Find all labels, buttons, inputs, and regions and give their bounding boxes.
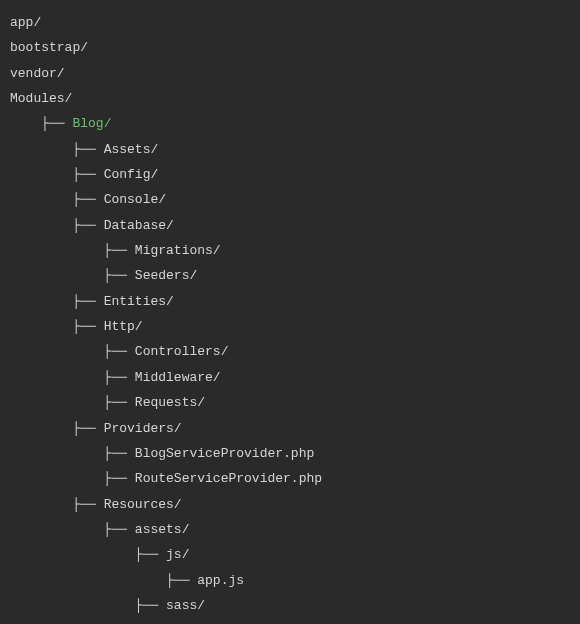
- tree-item: ├── BlogServiceProvider.php: [10, 441, 570, 466]
- tree-indent: ├──: [10, 446, 135, 461]
- tree-label: assets/: [135, 522, 190, 537]
- tree-label: bootstrap/: [10, 40, 88, 55]
- tree-label: Http/: [104, 319, 143, 334]
- tree-indent: ├──: [10, 522, 135, 537]
- tree-label: Entities/: [104, 294, 174, 309]
- tree-item: ├── RouteServiceProvider.php: [10, 466, 570, 491]
- tree-item: ├── Middleware/: [10, 365, 570, 390]
- tree-label: Providers/: [104, 421, 182, 436]
- tree-label: Resources/: [104, 497, 182, 512]
- tree-label: Database/: [104, 218, 174, 233]
- tree-item: ├── Entities/: [10, 289, 570, 314]
- tree-label: Console/: [104, 192, 166, 207]
- tree-indent: ├──: [10, 598, 166, 613]
- tree-item: Modules/: [10, 86, 570, 111]
- tree-indent: ├──: [10, 344, 135, 359]
- tree-indent: ├──: [10, 319, 104, 334]
- tree-item: ├── Migrations/: [10, 238, 570, 263]
- tree-item: ├── Requests/: [10, 390, 570, 415]
- tree-indent: ├──: [10, 167, 104, 182]
- tree-item: bootstrap/: [10, 35, 570, 60]
- tree-label: Blog/: [72, 116, 111, 131]
- tree-label: vendor/: [10, 66, 65, 81]
- tree-label: js/: [166, 547, 189, 562]
- tree-indent: ├──: [10, 547, 166, 562]
- tree-label: Modules/: [10, 91, 72, 106]
- tree-item: ├── Controllers/: [10, 339, 570, 364]
- tree-indent: ├──: [10, 395, 135, 410]
- tree-label: Assets/: [104, 142, 159, 157]
- tree-label: Requests/: [135, 395, 205, 410]
- tree-item: ├── assets/: [10, 517, 570, 542]
- tree-item: ├── Assets/: [10, 137, 570, 162]
- tree-label: sass/: [166, 598, 205, 613]
- tree-item: ├── Database/: [10, 213, 570, 238]
- tree-indent: ├──: [10, 294, 104, 309]
- tree-label: Seeders/: [135, 268, 197, 283]
- tree-item: ├── Blog/: [10, 111, 570, 136]
- tree-item: ├── app.js: [10, 568, 570, 593]
- tree-label: Middleware/: [135, 370, 221, 385]
- tree-item: vendor/: [10, 61, 570, 86]
- tree-item: ├── js/: [10, 542, 570, 567]
- tree-item: ├── Providers/: [10, 416, 570, 441]
- tree-item: ├── sass/: [10, 593, 570, 618]
- tree-indent: ├──: [10, 573, 197, 588]
- tree-indent: ├──: [10, 243, 135, 258]
- directory-tree: app/bootstrap/vendor/Modules/ ├── Blog/ …: [10, 10, 570, 618]
- tree-label: Migrations/: [135, 243, 221, 258]
- tree-item: ├── Seeders/: [10, 263, 570, 288]
- tree-indent: ├──: [10, 497, 104, 512]
- tree-indent: ├──: [10, 421, 104, 436]
- tree-indent: ├──: [10, 370, 135, 385]
- tree-item: ├── Http/: [10, 314, 570, 339]
- tree-item: ├── Console/: [10, 187, 570, 212]
- tree-item: ├── Resources/: [10, 492, 570, 517]
- tree-item: app/: [10, 10, 570, 35]
- tree-label: RouteServiceProvider.php: [135, 471, 322, 486]
- tree-label: app/: [10, 15, 41, 30]
- tree-indent: ├──: [10, 218, 104, 233]
- tree-label: Config/: [104, 167, 159, 182]
- tree-label: Controllers/: [135, 344, 229, 359]
- tree-indent: ├──: [10, 268, 135, 283]
- tree-indent: ├──: [10, 471, 135, 486]
- tree-indent: ├──: [10, 142, 104, 157]
- tree-item: ├── Config/: [10, 162, 570, 187]
- tree-indent: ├──: [10, 192, 104, 207]
- tree-indent: ├──: [10, 116, 72, 131]
- tree-label: app.js: [197, 573, 244, 588]
- tree-label: BlogServiceProvider.php: [135, 446, 314, 461]
